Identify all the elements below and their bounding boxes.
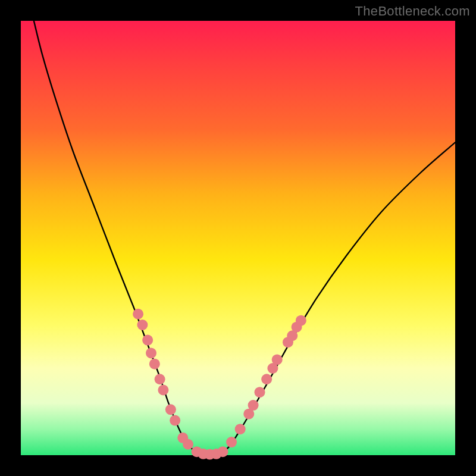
- data-dot: [255, 387, 265, 397]
- data-dot: [235, 424, 246, 434]
- data-dot: [158, 385, 168, 396]
- data-dot: [217, 446, 228, 457]
- data-dot: [183, 439, 193, 450]
- data-dots: [133, 309, 306, 460]
- data-dot: [226, 437, 237, 447]
- data-dot: [142, 335, 153, 346]
- bottleneck-curve: [34, 21, 455, 456]
- data-dot: [149, 359, 160, 369]
- data-dot: [296, 315, 306, 326]
- data-dot: [133, 309, 143, 320]
- data-dot: [170, 415, 180, 426]
- outer-frame: TheBottleneck.com: [0, 0, 476, 476]
- data-dot: [155, 374, 165, 384]
- plot-overlay: [21, 21, 455, 455]
- data-dot: [165, 404, 176, 415]
- data-dot: [272, 354, 283, 365]
- watermark-text: TheBottleneck.com: [355, 4, 470, 19]
- data-dot: [248, 400, 259, 411]
- data-dot: [261, 374, 272, 384]
- data-dot: [146, 347, 156, 358]
- data-dot: [137, 320, 148, 330]
